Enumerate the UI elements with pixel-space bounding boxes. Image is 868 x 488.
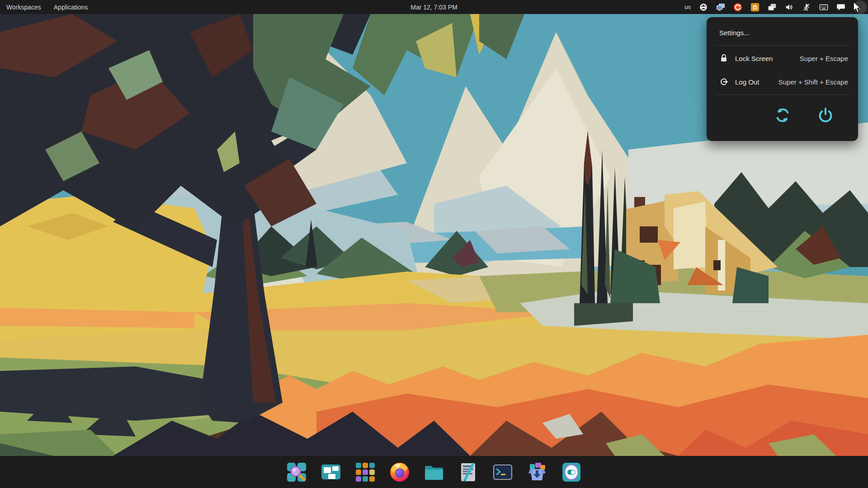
terminal-icon [492,462,513,483]
power-actions [707,96,858,136]
moon-icon [731,107,748,124]
dock-item-package-installer[interactable] [527,462,547,483]
menu-item-lock-screen[interactable]: Lock Screen Super + Escape [707,47,858,70]
menu-item-log-out[interactable]: Log Out Super + Shift + Escape [707,70,858,94]
text-editor-icon [458,462,479,483]
dock-item-workspaces[interactable] [321,462,341,483]
workspaces-menu[interactable]: Workspaces [0,0,47,14]
keyboard-icon[interactable] [819,2,828,12]
menu-item-label: Lock Screen [735,55,773,62]
sync-orange-icon[interactable] [733,2,742,12]
restart-icon [774,107,792,124]
dock-item-file-manager[interactable] [424,462,444,483]
app-grid-icon [355,462,376,483]
system-menu-icon [857,4,864,11]
menu-item-label: Log Out [735,78,759,86]
firefox-icon [389,462,410,483]
chat-bubble-icon[interactable] [836,2,845,12]
restart-button[interactable] [773,105,793,125]
applications-menu[interactable]: Applications [47,0,94,14]
dock-item-app-grid[interactable] [355,462,376,483]
logout-icon [719,77,728,87]
package-updates-icon[interactable] [750,2,760,12]
menu-divider [715,94,850,95]
file-manager-icon [424,462,444,483]
system-menu-button[interactable] [854,0,867,14]
menu-item-shortcut: Super + Shift + Escape [778,78,848,86]
workspaces-icon [321,462,341,483]
shutdown-button[interactable] [816,105,835,125]
volume-icon[interactable] [785,2,794,12]
menu-divider [715,45,850,46]
keyboard-layout-indicator[interactable]: us [682,2,691,12]
dual-monitors-icon[interactable] [716,2,725,12]
menu-item-shortcut: Super + Escape [800,55,848,62]
dock-item-app-finder[interactable] [286,462,307,483]
dock-item-text-editor[interactable] [458,462,479,483]
system-tray: us [682,0,868,14]
settings-icon [561,462,582,483]
person-circle-icon[interactable] [699,2,708,12]
menu-item-settings[interactable]: Settings... [707,21,858,44]
power-icon [817,107,834,124]
microphone-muted-icon[interactable] [802,2,811,12]
dock-item-terminal[interactable] [492,462,513,483]
dock [0,456,868,488]
top-bar-left: Workspaces Applications [0,0,94,14]
power-menu: Settings... Lock Screen Super + Escape L [707,17,858,141]
dual-windows-icon[interactable] [768,2,777,12]
top-bar: Workspaces Applications Mar 12, 7:03 PM … [0,0,868,14]
suspend-button[interactable] [729,105,749,125]
package-installer-icon [527,462,547,483]
desktop-screen: Workspaces Applications Mar 12, 7:03 PM … [0,0,868,488]
dock-item-firefox[interactable] [389,462,410,483]
lock-icon [719,53,728,63]
dock-item-settings[interactable] [561,462,582,483]
app-finder-icon [286,462,307,483]
